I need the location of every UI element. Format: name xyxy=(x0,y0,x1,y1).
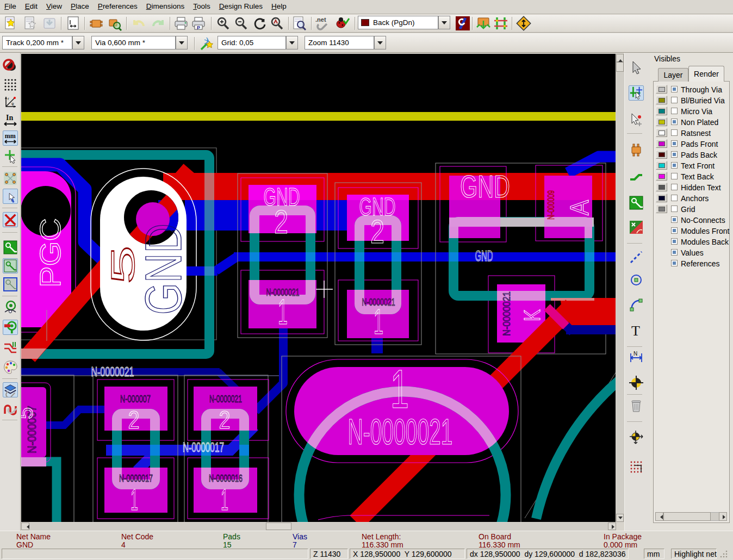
svg-text:P: P xyxy=(197,25,200,30)
svg-text:N-0000021: N-0000021 xyxy=(501,291,512,336)
svg-text:2: 2 xyxy=(219,406,231,434)
svg-text:N-000007: N-000007 xyxy=(120,394,151,405)
svg-text:2: 2 xyxy=(370,213,384,250)
svg-text:mm: mm xyxy=(5,132,16,140)
svg-text:r: r xyxy=(8,96,9,101)
svg-text:1: 1 xyxy=(374,302,383,341)
svg-text:.net: .net xyxy=(315,16,326,23)
svg-text:1: 1 xyxy=(390,358,409,419)
svg-text:GND: GND xyxy=(134,223,192,315)
svg-text:In: In xyxy=(6,114,13,122)
svg-text:GND: GND xyxy=(475,248,493,264)
svg-text:φ: φ xyxy=(11,102,14,106)
svg-text:1: 1 xyxy=(131,482,138,517)
svg-text:N-0000017: N-0000017 xyxy=(183,440,224,455)
svg-text:PGC: PGC xyxy=(34,218,66,288)
svg-text:5: 5 xyxy=(21,407,37,419)
svg-text:N-0000021: N-0000021 xyxy=(209,394,242,405)
svg-text:2: 2 xyxy=(274,203,288,240)
svg-text:A: A xyxy=(565,200,594,215)
svg-text:N-0000021: N-0000021 xyxy=(91,365,134,379)
svg-text:T: T xyxy=(631,323,640,338)
svg-text:1: 1 xyxy=(221,482,228,517)
svg-text:GND: GND xyxy=(460,169,510,204)
svg-text:K: K xyxy=(519,309,545,321)
svg-text:N-0000021: N-0000021 xyxy=(348,412,453,452)
svg-text:2: 2 xyxy=(128,406,140,434)
svg-text:N-000009: N-000009 xyxy=(546,190,556,220)
svg-text:1: 1 xyxy=(278,293,288,332)
svg-text:N: N xyxy=(633,351,637,357)
